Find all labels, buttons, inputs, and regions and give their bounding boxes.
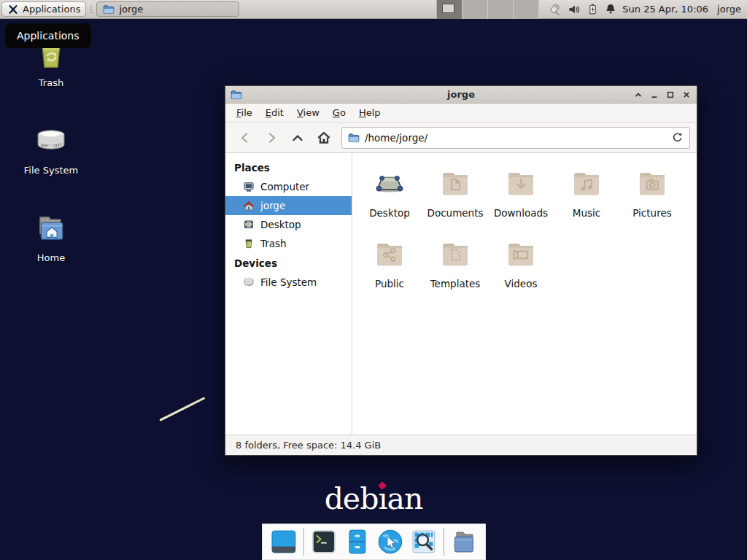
trash-icon [243,238,255,249]
file-item-desktop[interactable]: Desktop [357,159,422,230]
forward-button[interactable] [258,127,285,149]
web-browser-icon[interactable] [376,528,404,556]
mouse-tray-icon[interactable] [546,3,561,16]
top-panel: Applications jorge [0,0,747,19]
file-item-label: Templates [430,278,481,289]
music-folder-icon [569,166,604,201]
applications-menu-button[interactable]: Applications [1,1,86,17]
workspace-1[interactable] [437,0,462,19]
dock-separator [303,528,304,556]
pictures-folder-icon [635,166,670,201]
sidebar-item-label: Computer [260,181,309,192]
menu-edit[interactable]: Edit [259,107,290,118]
forward-icon [264,131,279,145]
file-item-videos[interactable]: Videos [488,230,554,300]
stray-line [159,397,205,421]
computer-icon [243,181,255,192]
file-manager-window: jorge File Edit View Go Help [225,85,697,456]
shade-button[interactable] [633,90,643,100]
workspace-3[interactable] [488,0,514,19]
workspace-4[interactable] [514,0,539,19]
desktop-icon-label: File System [24,165,78,176]
window-title: jorge [225,89,697,100]
reload-icon [671,131,684,144]
sidebar-item-computer[interactable]: Computer [225,177,352,196]
file-item-downloads[interactable]: Downloads [488,159,554,230]
desktop-icon-file-system[interactable]: File System [10,122,92,176]
terminal-icon[interactable] [310,528,338,556]
panel-username[interactable]: jorge [717,4,747,15]
workspace-window-thumb [442,4,454,13]
system-tray [539,3,622,16]
file-item-label: Public [375,278,404,289]
titlebar[interactable]: jorge [225,86,697,104]
file-view[interactable]: Desktop Documents Downloads Music [352,153,697,435]
show-desktop-icon[interactable] [270,528,298,556]
public-folder-icon [372,237,407,272]
videos-folder-icon [503,237,538,272]
file-item-label: Documents [427,207,484,219]
maximize-button[interactable] [665,90,676,100]
menu-file[interactable]: File [230,107,259,118]
notifications-bell-icon[interactable] [605,3,616,15]
path-folder-icon [348,132,360,144]
downloads-folder-icon [503,166,538,201]
file-item-label: Music [573,207,600,219]
battery-charging-icon[interactable] [587,3,598,15]
file-manager-icon[interactable] [450,528,478,556]
application-finder-icon[interactable] [410,528,438,556]
file-item-label: Desktop [369,207,410,219]
desktop-icon [243,219,255,230]
taskbar-window-button[interactable]: jorge [96,1,239,17]
desktop-trapezoid-icon [372,166,407,201]
file-item-label: Videos [505,278,538,289]
workspace-2[interactable] [462,0,488,19]
file-item-music[interactable]: Music [554,159,619,230]
menu-go[interactable]: Go [326,107,352,118]
file-cabinet-icon[interactable] [344,528,371,556]
sidebar-item-jorge[interactable]: jorge [225,196,352,215]
applications-tooltip: Applications [5,23,91,48]
panel-drag-handle[interactable] [88,3,94,16]
dock [262,524,486,560]
hard-drive-icon [32,122,70,160]
back-icon [238,131,252,145]
volume-icon[interactable] [568,4,581,15]
up-button[interactable] [285,127,311,149]
menu-view[interactable]: View [290,107,326,118]
file-item-documents[interactable]: Documents [422,159,488,230]
file-item-label: Downloads [494,207,548,219]
desktop-icon-home[interactable]: Home [10,210,92,263]
workspace-switcher[interactable] [436,0,539,19]
file-item-label: Pictures [632,207,671,219]
file-item-pictures[interactable]: Pictures [619,159,685,230]
sidebar-header-places: Places [225,158,352,177]
dock-separator [444,528,444,556]
location-bar[interactable]: /home/jorge/ [341,127,690,149]
sidebar-item-trash[interactable]: Trash [225,234,352,253]
desktop-icon-label: Home [37,252,65,263]
back-button[interactable] [232,127,258,149]
taskbar-window-label: jorge [119,4,143,15]
menu-help[interactable]: Help [352,107,387,118]
home-button[interactable] [311,127,337,149]
minimize-button[interactable] [649,90,659,100]
debian-wordmark: debıan [0,481,747,516]
reload-button[interactable] [671,131,684,144]
sidebar-item-label: Trash [260,238,287,249]
sidebar-header-devices: Devices [225,253,352,273]
close-button[interactable] [681,90,692,100]
sidebar-item-desktop[interactable]: Desktop [225,215,352,234]
file-item-public[interactable]: Public [357,230,422,300]
panel-clock[interactable]: Sun 25 Apr, 10:06 [622,4,717,15]
drive-icon [243,276,255,288]
menubar: File Edit View Go Help [225,104,697,122]
sidebar-item-label: Desktop [260,219,301,230]
documents-folder-icon [438,166,473,201]
folder-icon [103,4,115,15]
location-text: /home/jorge/ [365,132,427,144]
toolbar: /home/jorge/ [225,122,697,153]
sidebar-item-file-system[interactable]: File System [225,273,352,292]
statusbar: 8 folders, Free space: 14.4 GiB [225,435,697,455]
file-item-templates[interactable]: Templates [422,230,488,300]
